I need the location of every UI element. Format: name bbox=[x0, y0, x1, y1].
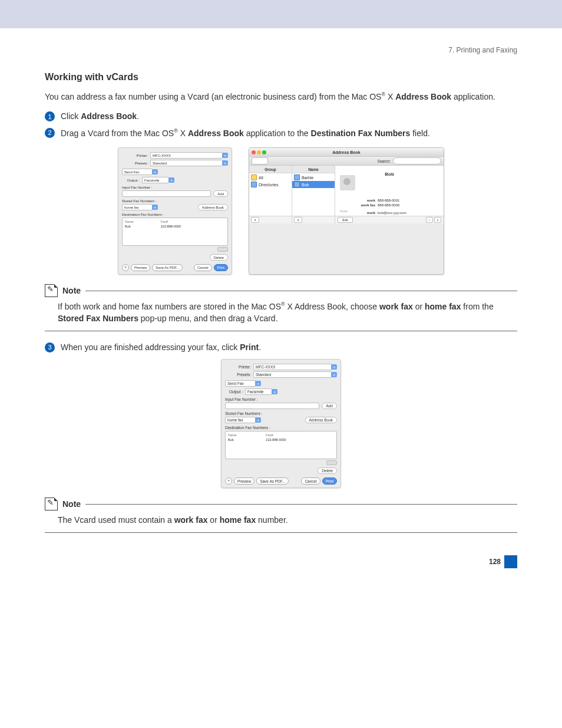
note-body-1: If both work and home fax numbers are st… bbox=[58, 301, 517, 325]
stored-fax-label: Stored Fax Numbers : bbox=[122, 199, 228, 203]
avatar bbox=[340, 175, 355, 190]
intro-text-post: X bbox=[385, 92, 395, 101]
help-icon[interactable]: ? bbox=[122, 264, 129, 271]
dropdown-arrow-icon[interactable]: ▾ bbox=[255, 381, 261, 386]
search-input[interactable] bbox=[393, 157, 441, 164]
add-group-button[interactable]: + bbox=[251, 217, 259, 223]
workfax-label: work fax bbox=[352, 203, 375, 207]
step-1-text: Click Address Book. bbox=[61, 111, 517, 123]
intro-app-name: Address Book bbox=[395, 92, 451, 101]
add-contact-button[interactable]: + bbox=[294, 217, 302, 223]
table-row[interactable]: Bob222-888-0000 bbox=[124, 224, 226, 229]
address-book-button[interactable]: Address Book bbox=[305, 417, 337, 423]
page-footer: 128 bbox=[0, 555, 562, 586]
note1-t4: from the bbox=[461, 302, 493, 311]
fax-send-dialog-2: Printer: MFC-XXXX ▾ Presets: Standard ▾ … bbox=[221, 359, 341, 488]
note-icon bbox=[45, 498, 58, 510]
step-2-text: Drag a Vcard from the Mac OS® X Address … bbox=[61, 127, 517, 139]
workfax-value: 888-888-0000 bbox=[378, 203, 399, 207]
dropdown-arrow-icon[interactable]: ▾ bbox=[152, 169, 158, 174]
work-label: work bbox=[352, 198, 375, 203]
add-button[interactable]: Add bbox=[213, 190, 228, 197]
search-label: Search: bbox=[378, 159, 391, 163]
print-button[interactable]: Print bbox=[322, 477, 337, 485]
registered-symbol: ® bbox=[281, 301, 285, 307]
panel-select[interactable]: Send Fax bbox=[122, 169, 152, 175]
divider bbox=[85, 504, 517, 505]
dropdown-arrow-icon[interactable]: ▾ bbox=[331, 372, 337, 377]
dest-fax-list[interactable]: NameFax# Bob222-888-0000 bbox=[225, 431, 337, 459]
stored-fax-select[interactable]: home fax bbox=[122, 204, 152, 210]
input-fax-field[interactable] bbox=[122, 190, 211, 197]
step1-pre: Click bbox=[61, 111, 81, 121]
printer-label: Printer: bbox=[122, 154, 148, 157]
presets-select[interactable]: Standard bbox=[253, 371, 331, 378]
dest-fax-list[interactable]: NameFax# Bob222-888-0000 bbox=[122, 218, 228, 246]
next-card-button[interactable]: + bbox=[434, 217, 441, 223]
dest-fax-label: Destination Fax Numbers : bbox=[122, 213, 228, 216]
resize-handle[interactable] bbox=[217, 247, 228, 252]
output-label: Output : bbox=[225, 390, 243, 394]
stored-fax-select[interactable]: home fax bbox=[225, 417, 255, 423]
presets-label: Presets: bbox=[122, 162, 148, 165]
group-all[interactable]: All bbox=[249, 174, 292, 181]
input-fax-field[interactable] bbox=[225, 403, 319, 409]
note-title: Note bbox=[62, 286, 81, 295]
add-button[interactable]: Add bbox=[322, 403, 337, 409]
dropdown-arrow-icon[interactable]: ▾ bbox=[168, 177, 174, 183]
dropdown-arrow-icon[interactable]: ▾ bbox=[152, 205, 158, 210]
cancel-button[interactable]: Cancel bbox=[194, 264, 212, 271]
col-fax: Fax# bbox=[160, 219, 226, 224]
output-select[interactable]: Facsimile bbox=[142, 177, 168, 183]
delete-button[interactable]: Delete bbox=[210, 254, 228, 261]
printer-value: MFC-XXXX bbox=[153, 154, 171, 157]
note1-t5: pop-up menu, and then drag a Vcard. bbox=[138, 314, 278, 323]
dropdown-arrow-icon[interactable]: ▾ bbox=[331, 364, 337, 370]
print-button[interactable]: Print bbox=[214, 264, 228, 271]
dropdown-arrow-icon[interactable]: ▾ bbox=[222, 160, 228, 166]
name-header: Name bbox=[292, 166, 335, 173]
contact-barbie[interactable]: Barbie bbox=[292, 174, 335, 181]
page-content: 7. Printing and Faxing Working with vCar… bbox=[0, 28, 562, 555]
person-icon bbox=[294, 174, 300, 180]
presets-select[interactable]: Standard bbox=[150, 160, 222, 166]
divider bbox=[85, 291, 517, 291]
edit-button[interactable]: Edit bbox=[338, 217, 353, 223]
note1-t2: X Address Book, choose bbox=[285, 302, 379, 311]
group-column: Group All Directories + bbox=[249, 166, 292, 223]
folder-icon bbox=[251, 174, 257, 180]
prev-card-button[interactable]: – bbox=[426, 217, 433, 223]
resize-handle[interactable] bbox=[326, 460, 337, 465]
panel-select[interactable]: Send Fax bbox=[225, 380, 255, 387]
delete-button[interactable]: Delete bbox=[318, 467, 337, 474]
help-icon[interactable]: ? bbox=[225, 477, 232, 485]
presets-label: Presets: bbox=[225, 373, 251, 377]
view-toggle[interactable] bbox=[252, 157, 268, 164]
section-title: Working with vCards bbox=[45, 72, 517, 83]
printer-select[interactable]: MFC-XXXX bbox=[150, 152, 222, 159]
preview-button[interactable]: Preview bbox=[234, 477, 254, 485]
address-book-window: Address Book Search: Group All Directori… bbox=[249, 147, 444, 275]
output-select[interactable]: Facsimile bbox=[245, 388, 272, 395]
step-2: 2 Drag a Vcard from the Mac OS® X Addres… bbox=[45, 127, 517, 139]
cell-fax: 222-888-0000 bbox=[160, 224, 226, 229]
contact-bob[interactable]: Bob bbox=[292, 181, 335, 188]
group-directories[interactable]: Directories bbox=[249, 181, 292, 188]
address-book-button[interactable]: Address Book bbox=[198, 204, 228, 210]
stored-fax-value: home fax bbox=[124, 206, 139, 209]
output-value: Facsimile bbox=[247, 390, 263, 394]
cell-name: Bob bbox=[227, 437, 265, 442]
table-row[interactable]: Bob222-888-0000 bbox=[227, 437, 335, 442]
step-bullet-1: 1 bbox=[45, 111, 55, 121]
printer-select[interactable]: MFC-XXXX bbox=[253, 364, 331, 370]
folder-icon bbox=[251, 182, 257, 187]
step-3: 3 When you are finished addressing your … bbox=[45, 342, 517, 354]
preview-button[interactable]: Preview bbox=[131, 264, 150, 271]
panel-value: Send Fax bbox=[227, 381, 244, 386]
save-as-pdf-button[interactable]: Save As PDF... bbox=[256, 477, 289, 485]
save-as-pdf-button[interactable]: Save As PDF... bbox=[152, 264, 183, 271]
dropdown-arrow-icon[interactable]: ▾ bbox=[272, 389, 277, 394]
dropdown-arrow-icon[interactable]: ▾ bbox=[222, 153, 228, 158]
dropdown-arrow-icon[interactable]: ▾ bbox=[255, 417, 261, 423]
cancel-button[interactable]: Cancel bbox=[301, 477, 320, 485]
